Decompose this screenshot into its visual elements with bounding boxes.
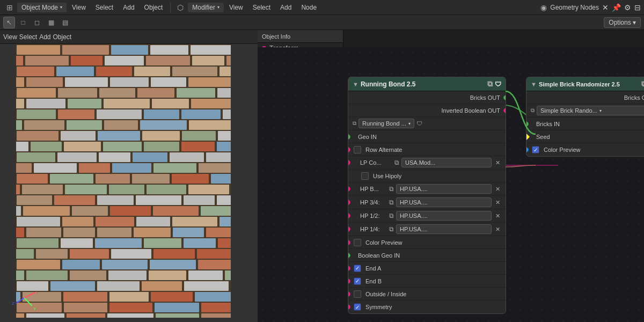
rb-row-alt-row: Row Alternate (348, 143, 506, 156)
rb-hp14-dropdown[interactable]: HP.USA.... (396, 224, 492, 234)
sb-bricks-in-socket[interactable] (526, 121, 529, 127)
menu-object[interactable]: Object (140, 3, 167, 12)
sb-copy-icon[interactable]: ⧉ (641, 79, 644, 89)
rb-outside-checkbox[interactable] (354, 290, 361, 298)
rb-row-alt-socket[interactable] (348, 147, 350, 152)
svg-rect-80 (16, 185, 20, 194)
svg-rect-21 (65, 77, 108, 87)
rb-row-alt-checkbox[interactable] (354, 146, 361, 153)
rb-hp34-dropdown[interactable]: HP.USA.... (396, 197, 492, 207)
rb-hpb-close[interactable]: ✕ (494, 185, 501, 193)
sb-colorpreview-checkbox[interactable]: ✓ (532, 146, 539, 153)
rb-symmetry-checkbox[interactable]: ✓ (354, 303, 361, 311)
rb-boolgeo-socket[interactable] (348, 253, 350, 258)
lasso-tool[interactable]: ◻ (31, 17, 43, 28)
rb-bricks-out-socket[interactable] (503, 95, 506, 100)
rb-colorpreview-row: Color Preview (348, 236, 506, 249)
svg-rect-5 (191, 45, 231, 55)
menu-select[interactable]: Select (91, 3, 118, 12)
rb-colorpreview-checkbox[interactable] (354, 239, 361, 246)
rb-lp-dropdown[interactable]: USA.Mod... (401, 158, 492, 167)
rb-enda-socket[interactable] (348, 266, 350, 271)
rb-bond-dropdown[interactable]: Running Bond ... ▾ (358, 119, 414, 128)
grid-tool[interactable]: ▦ (45, 17, 57, 28)
sb-dropdown[interactable]: Simple Brick Rando... ▾ (537, 106, 644, 115)
svg-rect-65 (133, 152, 167, 162)
rb-copy-icon[interactable]: ⧉ (487, 79, 493, 89)
svg-rect-85 (188, 185, 229, 194)
settings-icon[interactable]: ⚙ (624, 3, 631, 12)
svg-rect-38 (58, 109, 94, 119)
modifier-dropdown[interactable]: Modifier ▾ (188, 3, 224, 12)
render-icon: ◉ (540, 3, 547, 12)
box-select-tool[interactable]: □ (17, 17, 29, 28)
rb-hp34-socket[interactable] (348, 200, 350, 205)
sb-dropdown-row: ⧉ Simple Brick Rando... ▾ 🛡 (526, 104, 644, 118)
svg-rect-63 (57, 152, 97, 162)
svg-rect-130 (70, 270, 106, 280)
menu-add[interactable]: Add (119, 3, 138, 12)
svg-rect-106 (63, 228, 95, 237)
svg-rect-79 (211, 174, 231, 184)
rb-lp-close[interactable]: ✕ (494, 159, 501, 166)
object-mode-dropdown[interactable]: Object Mode ▾ (17, 3, 67, 12)
separator-1 (170, 3, 171, 12)
rb-hp12-dropdown[interactable]: HP.USA.... (396, 211, 492, 221)
svg-rect-119 (70, 249, 109, 259)
x-icon[interactable]: ✕ (602, 3, 609, 12)
svg-rect-8 (71, 56, 103, 65)
rb-enda-checkbox[interactable]: ✓ (354, 265, 361, 272)
svg-rect-88 (97, 195, 134, 205)
svg-rect-23 (151, 77, 186, 87)
svg-rect-78 (172, 174, 209, 184)
node-menu-add[interactable]: Add (276, 3, 296, 12)
alt-tool[interactable]: ▤ (59, 17, 71, 28)
rb-symmetry-socket[interactable] (348, 304, 350, 310)
rb-lp-socket[interactable] (348, 160, 350, 165)
rb-hp14-close[interactable]: ✕ (494, 225, 501, 233)
svg-rect-39 (97, 109, 142, 119)
options-button[interactable]: Options ▾ (604, 17, 641, 28)
node-menu-select[interactable]: Select (248, 3, 275, 12)
rb-hp34-close[interactable]: ✕ (494, 199, 501, 206)
vp-select[interactable]: Select (19, 33, 37, 41)
node-menu-view[interactable]: View (225, 3, 247, 12)
rb-hp12-close[interactable]: ✕ (494, 212, 501, 219)
menu-view[interactable]: View (68, 3, 90, 12)
rb-geo-in-socket[interactable] (348, 134, 350, 140)
vp-add[interactable]: Add (39, 33, 50, 41)
sb-colorpreview-socket[interactable] (526, 147, 529, 152)
svg-rect-40 (144, 109, 179, 119)
vp-view[interactable]: View (3, 33, 17, 41)
pin-icon[interactable]: 📌 (612, 3, 621, 12)
svg-rect-151 (201, 303, 231, 312)
node-menu-node[interactable]: Node (297, 3, 321, 12)
rb-dropdown-row: ⧉ Running Bond ... ▾ 🛡 (348, 117, 506, 130)
rb-endb-socket[interactable] (348, 279, 350, 284)
svg-rect-18 (219, 67, 231, 76)
svg-rect-90 (184, 195, 215, 205)
sb-seed-socket[interactable] (526, 133, 530, 140)
viewport[interactable]: View Select Add Object X Y Z (0, 30, 258, 322)
rb-colorpreview-socket[interactable] (348, 240, 350, 245)
rb-hp12-socket[interactable] (348, 213, 350, 218)
svg-text:Y: Y (33, 306, 36, 311)
rb-hp34-row: HP 3/4: ⧉ HP.USA.... ✕ (348, 196, 506, 209)
rb-hipoly-checkbox[interactable] (361, 172, 369, 180)
svg-rect-103 (219, 217, 231, 226)
rb-endb-checkbox[interactable]: ✓ (354, 277, 361, 285)
rb-outside-socket[interactable] (348, 291, 350, 297)
svg-rect-58 (103, 142, 142, 151)
rb-inv-bool-socket[interactable] (503, 108, 506, 113)
rb-inv-bool-out-row: Inverted Boolean OUT (348, 104, 506, 117)
sb-bricks-out-row: Bricks OUT (526, 91, 644, 104)
vp-object[interactable]: Object (53, 33, 72, 41)
svg-rect-75 (50, 174, 93, 184)
rb-hpb-dropdown[interactable]: HP.USA.... (396, 184, 492, 194)
rb-hpb-socket[interactable] (348, 186, 350, 192)
collapse-icon[interactable]: ⊟ (634, 3, 641, 12)
svg-rect-149 (109, 303, 152, 312)
select-tool[interactable]: ↖ (3, 17, 15, 28)
svg-rect-25 (17, 88, 56, 98)
rb-hp14-socket[interactable] (348, 226, 350, 232)
